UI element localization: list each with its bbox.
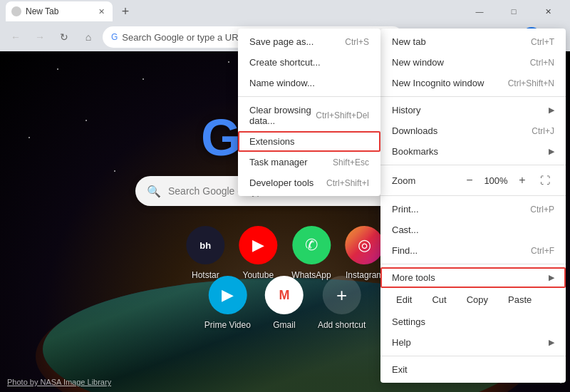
tab-favicon [11,6,21,16]
menu-find-label: Find... [392,245,418,256]
submenu-task-manager[interactable]: Task manager Shift+Esc [238,152,380,172]
minimize-button[interactable]: — [463,0,496,23]
window-close-button[interactable]: ✕ [532,0,564,23]
menu-new-incognito-shortcut: Ctrl+Shift+N [508,78,554,88]
menu-new-incognito-label: New Incognito window [392,78,484,88]
menu-new-window[interactable]: New window Ctrl+N [380,52,566,73]
menu-history[interactable]: History ▶ [380,100,566,120]
back-button[interactable]: ← [6,27,26,47]
menu-more-tools[interactable]: More tools ▶ [380,267,566,288]
menu-cast-label: Cast... [392,225,419,235]
menu-print-shortcut: Ctrl+P [530,205,554,215]
zoom-in-button[interactable]: + [513,171,532,190]
submenu-clear-browsing[interactable]: Clear browsing data... Ctrl+Shift+Del [238,100,380,131]
chrome-menu: New tab Ctrl+T New window Ctrl+N New Inc… [380,29,566,383]
omnibox-text: Search Google or type a URL [122,32,244,43]
bookmarks-arrow-icon: ▶ [549,147,554,156]
menu-settings[interactable]: Settings [380,311,566,332]
shortcuts-container: bh Hotstar ▶ Youtube ✆ WhatsApp ◎ Instag… [186,226,383,280]
menu-help[interactable]: Help ▶ [380,332,566,353]
submenu-create-shortcut[interactable]: Create shortcut... [238,52,380,73]
submenu-save-page[interactable]: Save page as... Ctrl+S [238,31,380,52]
shortcut-add[interactable]: + Add shortcut [318,276,366,330]
zoom-control-row: Zoom − 100% + ⛶ [380,168,566,192]
shortcut-whatsapp[interactable]: ✆ WhatsApp [291,226,331,280]
edit-button-edit[interactable]: Edit [386,291,422,309]
menu-bookmarks[interactable]: Bookmarks ▶ [380,141,566,162]
menu-new-tab-shortcut: Ctrl+T [531,37,554,47]
menu-new-window-label: New window [392,57,444,68]
menu-new-tab[interactable]: New tab Ctrl+T [380,31,566,52]
menu-print-label: Print... [392,204,419,215]
edit-row: Edit Cut Copy Paste [380,288,566,311]
zoom-out-button[interactable]: − [460,171,479,190]
menu-downloads[interactable]: Downloads Ctrl+J [380,120,566,141]
submenu-extensions[interactable]: Extensions [238,131,380,152]
menu-downloads-label: Downloads [392,125,437,136]
menu-divider-2 [380,165,566,165]
menu-new-tab-label: New tab [392,36,426,47]
submenu-developer-tools[interactable]: Developer tools Ctrl+Shift+I [238,172,380,193]
search-icon: 🔍 [147,185,161,198]
menu-divider-3 [380,195,566,196]
shortcut-hotstar[interactable]: bh Hotstar [186,226,224,280]
shortcuts-row2: ▶ Prime Video M Gmail + Add shortcut [204,276,366,330]
whatsapp-icon: ✆ [292,226,331,264]
menu-new-window-shortcut: Ctrl+N [530,58,554,68]
edit-button-copy[interactable]: Copy [457,291,498,309]
menu-downloads-shortcut: Ctrl+J [532,126,554,136]
zoom-label: Zoom [392,175,415,186]
zoom-controls: − 100% + ⛶ [460,171,554,190]
extensions-label: Extensions [249,136,295,147]
menu-exit[interactable]: Exit [380,359,566,380]
menu-find-shortcut: Ctrl+F [531,246,554,256]
menu-new-incognito[interactable]: New Incognito window Ctrl+Shift+N [380,73,566,93]
photo-credit[interactable]: Photo by NASA Image Library [7,378,111,386]
submenu-divider [238,96,380,97]
add-shortcut-label: Add shortcut [318,320,366,330]
shortcut-instagram[interactable]: ◎ Instagram [346,226,384,280]
tab-title: New Tab [26,6,58,16]
edit-button-cut[interactable]: Cut [422,291,456,309]
more-tools-submenu: Save page as... Ctrl+S Create shortcut..… [238,29,380,196]
add-shortcut-icon: + [323,276,361,314]
home-button[interactable]: ⌂ [78,27,98,47]
history-arrow-icon: ▶ [549,105,554,115]
more-tools-arrow-icon: ▶ [549,273,554,282]
menu-print[interactable]: Print... Ctrl+P [380,199,566,220]
gmail-icon: M [265,276,304,314]
reload-button[interactable]: ↻ [54,27,74,47]
fullscreen-button[interactable]: ⛶ [536,171,554,190]
shortcut-primevideo[interactable]: ▶ Prime Video [204,276,251,330]
browser-tab[interactable]: New Tab ✕ [6,1,113,21]
gmail-label: Gmail [273,320,295,330]
shortcut-gmail[interactable]: M Gmail [265,276,304,330]
menu-divider-4 [380,264,566,264]
menu-settings-label: Settings [392,316,425,327]
maximize-button[interactable]: □ [497,0,530,23]
help-arrow-icon: ▶ [549,338,554,347]
primevideo-icon: ▶ [208,276,247,314]
menu-cast[interactable]: Cast... [380,220,566,240]
window-controls: — □ ✕ [463,0,564,23]
submenu-name-window[interactable]: Name window... [238,73,380,93]
menu-divider-1 [380,96,566,97]
menu-help-label: Help [392,337,411,348]
menu-more-tools-label: More tools [392,272,435,283]
new-tab-button[interactable]: + [115,1,135,21]
edit-button-paste[interactable]: Paste [498,291,542,309]
menu-exit-label: Exit [392,364,408,375]
primevideo-label: Prime Video [204,320,251,330]
shortcut-youtube[interactable]: ▶ Youtube [239,226,277,280]
zoom-value: 100% [483,175,509,186]
forward-button[interactable]: → [30,27,50,47]
menu-find[interactable]: Find... Ctrl+F [380,240,566,261]
menu-divider-5 [380,356,566,356]
instagram-icon: ◎ [346,226,384,264]
menu-bookmarks-label: Bookmarks [392,146,438,157]
google-g-icon: G [111,32,118,42]
menu-history-label: History [392,105,420,115]
youtube-icon: ▶ [239,226,277,264]
title-bar: New Tab ✕ + — □ ✕ [0,0,570,23]
tab-close-button[interactable]: ✕ [95,6,107,17]
